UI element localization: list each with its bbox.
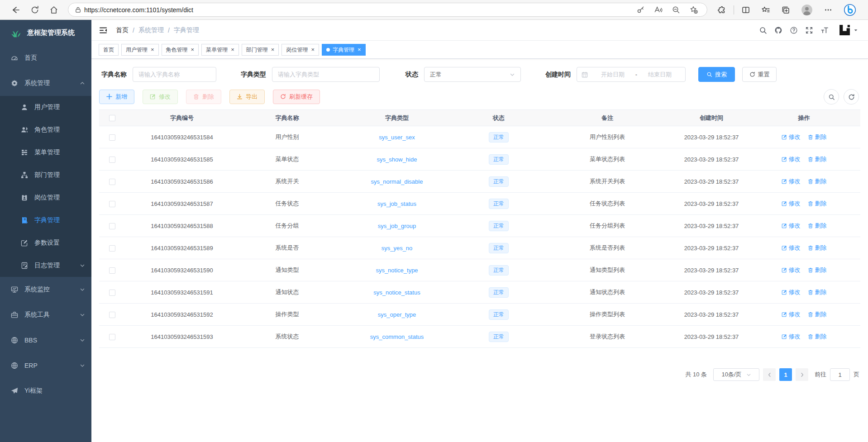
delete-button[interactable]: 删除 [186, 90, 221, 104]
url-text[interactable]: https://ccnetcore.com:1101/system/dict [84, 6, 632, 14]
dict-type-link[interactable]: sys_show_hide [377, 156, 417, 163]
favorites-icon[interactable] [761, 5, 770, 14]
sidebar-item-13[interactable]: BBS [0, 328, 91, 353]
dict-type-link[interactable]: sys_normal_disable [371, 178, 423, 185]
copilot-icon[interactable] [844, 4, 856, 16]
tab-6[interactable]: 岗位管理× [281, 44, 319, 56]
home-icon[interactable] [49, 5, 58, 14]
row-edit-link[interactable]: 修改 [782, 333, 801, 341]
tab-5[interactable]: 部门管理× [242, 44, 279, 56]
date-end-placeholder[interactable]: 结束日期 [639, 71, 681, 79]
tab-close-icon[interactable]: × [358, 47, 361, 52]
row-checkbox[interactable] [109, 267, 115, 274]
sidebar-item-14[interactable]: ERP [0, 353, 91, 378]
sidebar-item-10[interactable]: 日志管理 [0, 254, 91, 277]
sidebar-item-8[interactable]: 字典管理 [0, 209, 91, 232]
row-checkbox[interactable] [109, 157, 115, 163]
profile-avatar[interactable] [801, 4, 813, 16]
search-button[interactable]: 搜索 [698, 67, 735, 82]
split-screen-icon[interactable] [741, 5, 750, 14]
row-edit-link[interactable]: 修改 [782, 244, 801, 252]
tab-close-icon[interactable]: × [311, 47, 315, 52]
dict-type-link[interactable]: sys_job_status [377, 200, 416, 207]
sidebar-item-5[interactable]: 菜单管理 [0, 141, 91, 164]
row-checkbox[interactable] [109, 334, 115, 340]
export-button[interactable]: 导出 [229, 90, 265, 104]
refresh-cache-button[interactable]: 刷新缓存 [273, 90, 320, 104]
show-search-button[interactable] [824, 89, 839, 105]
extensions-icon[interactable] [717, 5, 726, 14]
row-edit-link[interactable]: 修改 [782, 222, 801, 230]
tab-close-icon[interactable]: × [231, 47, 234, 52]
edit-button[interactable]: 修改 [143, 90, 178, 104]
status-select[interactable]: 正常 [424, 67, 521, 82]
row-delete-link[interactable]: 删除 [808, 333, 827, 341]
tab-close-icon[interactable]: × [271, 47, 275, 52]
dict-type-link[interactable]: sys_oper_type [378, 311, 416, 318]
font-size-icon[interactable] [820, 26, 829, 34]
dict-type-link[interactable]: sys_job_group [378, 223, 416, 229]
dict-type-link[interactable]: sys_common_status [370, 333, 424, 340]
read-aloud-icon[interactable] [654, 5, 663, 14]
tab-4[interactable]: 菜单管理× [201, 44, 239, 56]
sidebar-item-12[interactable]: 系统工具 [0, 302, 91, 328]
row-edit-link[interactable]: 修改 [782, 200, 801, 208]
tab-close-icon[interactable]: × [151, 47, 154, 52]
page-number-1[interactable]: 1 [779, 368, 792, 381]
sidebar-item-15[interactable]: Yi框架 [0, 378, 91, 404]
dict-name-input[interactable] [133, 67, 216, 82]
sidebar-item-6[interactable]: 部门管理 [0, 164, 91, 186]
row-checkbox[interactable] [109, 201, 115, 207]
add-button[interactable]: 新增 [99, 90, 134, 104]
sidebar-item-9[interactable]: 参数设置 [0, 232, 91, 254]
github-icon[interactable] [774, 26, 782, 34]
sidebar-item-4[interactable]: 角色管理 [0, 119, 91, 141]
row-checkbox[interactable] [109, 179, 115, 185]
row-edit-link[interactable]: 修改 [782, 288, 801, 296]
back-icon[interactable] [11, 5, 20, 14]
row-delete-link[interactable]: 删除 [808, 155, 827, 163]
dict-type-link[interactable]: sys_notice_type [376, 267, 418, 274]
row-edit-link[interactable]: 修改 [782, 133, 801, 141]
prev-page-button[interactable] [763, 368, 776, 381]
sidebar-item-1[interactable]: 首页 [0, 45, 91, 71]
reload-icon[interactable] [30, 5, 39, 14]
user-caret-down-icon[interactable] [854, 28, 858, 33]
tab-2[interactable]: 用户管理× [121, 44, 159, 56]
fullscreen-icon[interactable] [805, 26, 813, 34]
menu-fold-icon[interactable] [99, 26, 108, 35]
row-delete-link[interactable]: 删除 [808, 244, 827, 252]
tab-close-icon[interactable]: × [191, 47, 195, 52]
dict-type-input[interactable] [272, 67, 380, 82]
row-delete-link[interactable]: 删除 [808, 266, 827, 274]
sidebar-item-2[interactable]: 系统管理 [0, 71, 91, 96]
select-all-checkbox[interactable] [109, 115, 115, 121]
row-delete-link[interactable]: 删除 [808, 222, 827, 230]
refresh-table-button[interactable] [844, 89, 859, 105]
tab-7[interactable]: 字典管理× [322, 44, 366, 56]
next-page-button[interactable] [796, 368, 808, 381]
help-icon[interactable] [790, 26, 798, 34]
row-delete-link[interactable]: 删除 [808, 288, 827, 296]
page-size-select[interactable]: 10条/页 [713, 368, 759, 381]
row-edit-link[interactable]: 修改 [782, 177, 801, 185]
row-delete-link[interactable]: 删除 [808, 200, 827, 208]
row-checkbox[interactable] [109, 290, 115, 296]
row-checkbox[interactable] [109, 134, 115, 141]
row-checkbox[interactable] [109, 245, 115, 252]
dict-type-link[interactable]: sys_notice_status [373, 289, 420, 296]
sidebar-item-11[interactable]: 系统监控 [0, 277, 91, 302]
date-start-placeholder[interactable]: 开始日期 [592, 71, 634, 79]
tab-1[interactable]: 首页 [99, 44, 119, 56]
user-logo[interactable] [839, 24, 851, 36]
sidebar-item-3[interactable]: 用户管理 [0, 96, 91, 119]
row-edit-link[interactable]: 修改 [782, 155, 801, 163]
more-menu-icon[interactable] [824, 5, 833, 14]
dict-type-link[interactable]: sys_yes_no [382, 245, 413, 252]
row-edit-link[interactable]: 修改 [782, 310, 801, 318]
row-delete-link[interactable]: 删除 [808, 177, 827, 185]
password-key-icon[interactable] [636, 5, 645, 14]
row-delete-link[interactable]: 删除 [808, 133, 827, 141]
row-checkbox[interactable] [109, 223, 115, 229]
tab-3[interactable]: 角色管理× [162, 44, 199, 56]
